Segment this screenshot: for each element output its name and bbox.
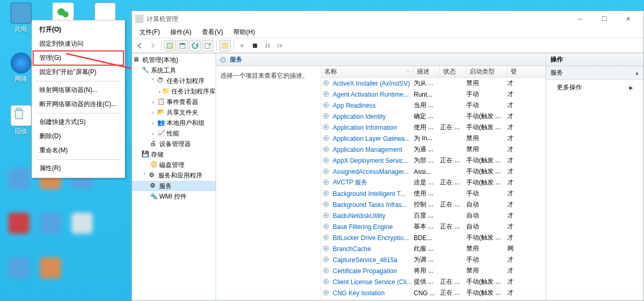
gear-icon — [322, 201, 331, 209]
pause-button[interactable] — [262, 40, 273, 51]
actions-section[interactable]: 服务▲ — [546, 66, 643, 80]
service-row[interactable]: ActiveX Installer (AxInstSV)为从 ...禁用才 — [321, 78, 546, 89]
services-pane: 服务 选择一个项目来查看它的描述。 名称⌃ 描述 状态 启动类型 登 Activ… — [216, 54, 546, 300]
tree-task-library[interactable]: ›📁任务计划程序库 — [132, 86, 216, 97]
ctx-create-shortcut[interactable]: 创建快捷方式(S) — [33, 115, 124, 129]
tree-storage[interactable]: 💾存储 — [132, 149, 216, 160]
menubar: 文件(F) 操作(A) 查看(V) 帮助(H) — [132, 27, 643, 38]
tree-local-users[interactable]: ›👥本地用户和组 — [132, 118, 216, 128]
service-row[interactable]: CNG Key IsolationCNG ...正在 ...手动(触发 ...才 — [321, 287, 546, 298]
tree-wmi[interactable]: 🔩WMI 控件 — [132, 191, 216, 202]
actions-more[interactable]: 更多操作▶ — [546, 80, 643, 95]
menu-help[interactable]: 帮助(H) — [228, 27, 260, 38]
service-startup: 手动 — [466, 101, 507, 110]
stop-button[interactable] — [249, 40, 261, 51]
tree-services-apps[interactable]: ˅⚙服务和应用程序 — [132, 170, 216, 181]
tree-event-viewer[interactable]: ›📋事件查看器 — [132, 97, 216, 107]
ctx-pin-start[interactable]: 固定到"开始"屏幕(P) — [33, 65, 124, 79]
service-startup: 自动 — [466, 200, 507, 209]
close-button[interactable]: ✕ — [616, 11, 640, 27]
col-status[interactable]: 状态 — [440, 66, 466, 77]
service-desc: 使用 ... — [414, 123, 440, 132]
help-button[interactable] — [219, 40, 231, 51]
service-name: BitLocker Drive Encryptio... — [333, 234, 414, 242]
service-row[interactable]: Application Information使用 ...正在 ...手动(触发… — [321, 122, 546, 133]
tree-disk-management[interactable]: 📀磁盘管理 — [132, 160, 216, 170]
forward-button[interactable] — [147, 40, 158, 51]
minimize-button[interactable]: ─ — [568, 11, 592, 27]
service-desc: 提供 ... — [414, 277, 440, 286]
tree-shared-folders[interactable]: ›📂共享文件夹 — [132, 107, 216, 118]
col-name[interactable]: 名称⌃ — [321, 66, 414, 77]
ctx-delete[interactable]: 删除(D) — [33, 129, 124, 143]
tree-system-tools[interactable]: 🔧系统工具 — [132, 65, 216, 76]
tool-btn-2[interactable] — [177, 40, 188, 51]
ctx-pin-quick-access[interactable]: 固定到快速访问 — [33, 37, 124, 51]
service-startup: 手动(触发 ... — [466, 288, 507, 297]
column-headers[interactable]: 名称⌃ 描述 状态 启动类型 登 — [321, 66, 546, 78]
svg-point-16 — [325, 93, 327, 95]
services-icon: ⚙ — [149, 171, 157, 180]
service-row[interactable]: Base Filtering Engine基本 ...正在 ...自动才 — [321, 221, 546, 232]
svg-point-1 — [63, 12, 69, 18]
ctx-map-drive[interactable]: 映射网络驱动器(N)... — [33, 83, 124, 97]
service-status: 正在 ... — [440, 200, 466, 209]
svg-point-38 — [325, 214, 327, 216]
sort-caret-icon: ⌃ — [406, 69, 410, 75]
col-extra[interactable]: 登 — [507, 66, 516, 77]
service-startup: 手动(触发 ... — [466, 233, 507, 242]
gear-icon — [322, 101, 331, 110]
menu-file[interactable]: 文件(F) — [134, 27, 165, 38]
tool-btn-1[interactable] — [164, 40, 176, 51]
nav-tree[interactable]: 🖥机管理(本地) 🔧系统工具 ˅⏱任务计划程序 ›📁任务计划程序库 ›📋事件查看… — [132, 54, 216, 300]
service-row[interactable]: Application Identity确定 ...手动(触发 ...才 — [321, 111, 546, 122]
gear-icon — [322, 146, 331, 154]
tree-services[interactable]: ⚙服务 — [132, 181, 216, 191]
back-button[interactable] — [134, 40, 146, 51]
service-row[interactable]: Client License Service (Cli...提供 ...正在 .… — [321, 276, 546, 287]
service-row[interactable]: Background Intelligent T...使用 ...手动才 — [321, 188, 546, 199]
refresh-button[interactable] — [189, 40, 201, 51]
service-row[interactable]: Application Management为通 ...禁用才 — [321, 144, 546, 155]
service-desc: 为 In... — [414, 134, 440, 143]
titlebar[interactable]: 计算机管理 ─ ☐ ✕ — [132, 11, 643, 27]
service-row[interactable]: BaiduNetdiskUtility百度 ...自动才 — [321, 210, 546, 221]
ctx-disconnect-drive[interactable]: 断开网络驱动器的连接(C)... — [33, 97, 124, 111]
ctx-open[interactable]: 打开(O) — [33, 23, 124, 37]
play-button[interactable] — [237, 40, 248, 51]
restart-button[interactable] — [274, 40, 286, 51]
service-row[interactable]: CaptureService_4815a为调 ...手动才 — [321, 254, 546, 265]
maximize-button[interactable]: ☐ — [592, 11, 616, 27]
services-list[interactable]: 名称⌃ 描述 状态 启动类型 登 ActiveX Installer (AxIn… — [321, 66, 546, 300]
service-row[interactable]: Background Tasks Infras...控制 ...正在 ...自动… — [321, 199, 546, 210]
ctx-manage[interactable]: 管理(G) — [33, 51, 124, 65]
col-desc[interactable]: 描述 — [414, 66, 440, 77]
perf-icon: 📈 — [157, 129, 166, 138]
ctx-rename[interactable]: 重命名(M) — [33, 143, 124, 158]
service-row[interactable]: Application Layer Gatewa...为 In...禁用才 — [321, 133, 546, 144]
service-row[interactable]: BranchCache此服 ...禁用网 — [321, 243, 546, 254]
service-row[interactable]: BitLocker Drive Encryptio...BDE...手动(触发 … — [321, 232, 546, 243]
tree-performance[interactable]: ›📈性能 — [132, 128, 216, 139]
service-status: 正在 ... — [440, 222, 466, 231]
service-row[interactable]: AVCTP 服务这是 ...正在 ...手动(触发 ...才 — [321, 177, 546, 188]
svg-point-12 — [220, 57, 226, 63]
blurred-icons — [3, 213, 98, 235]
tree-task-scheduler[interactable]: ˅⏱任务计划程序 — [132, 76, 216, 86]
ctx-properties[interactable]: 属性(R) — [33, 161, 124, 175]
wmi-icon: 🔩 — [150, 192, 158, 201]
service-row[interactable]: Agent Activation Runtime...Runt...手动才 — [321, 89, 546, 100]
service-row[interactable]: App Readiness当用 ...手动才 — [321, 100, 546, 111]
service-desc: 将用 ... — [414, 266, 440, 275]
service-row[interactable]: AssignedAccessManager...Assi...手动(触发 ...… — [321, 166, 546, 177]
tree-device-manager[interactable]: 🖨设备管理器 — [132, 139, 216, 149]
description-pane: 选择一个项目来查看它的描述。 — [216, 66, 321, 300]
service-name: ActiveX Installer (AxInstSV) — [333, 80, 414, 87]
menu-view[interactable]: 查看(V) — [197, 27, 228, 38]
service-row[interactable]: AppX Deployment Servic...为部 ...正在 ...手动(… — [321, 155, 546, 166]
menu-action[interactable]: 操作(A) — [165, 27, 197, 38]
export-button[interactable] — [202, 40, 213, 51]
service-row[interactable]: Certificate Propagation将用 ...禁用才 — [321, 265, 546, 276]
tree-root[interactable]: 🖥机管理(本地) — [132, 55, 216, 65]
col-startup[interactable]: 启动类型 — [466, 66, 507, 77]
